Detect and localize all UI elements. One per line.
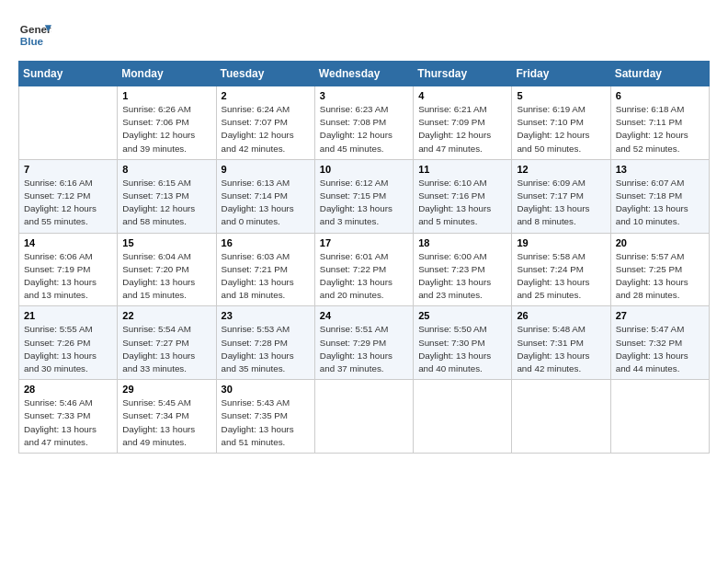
day-info: Sunrise: 6:00 AM Sunset: 7:23 PM Dayligh… — [418, 250, 506, 303]
svg-text:Blue: Blue — [20, 35, 44, 47]
day-number: 4 — [418, 90, 506, 101]
day-cell — [314, 380, 413, 454]
day-cell: 21Sunrise: 5:55 AM Sunset: 7:26 PM Dayli… — [19, 306, 118, 380]
day-info: Sunrise: 5:57 AM Sunset: 7:25 PM Dayligh… — [616, 250, 704, 303]
day-info: Sunrise: 5:54 AM Sunset: 7:27 PM Dayligh… — [122, 323, 210, 375]
day-number: 19 — [517, 237, 605, 248]
week-row-5: 28Sunrise: 5:46 AM Sunset: 7:33 PM Dayli… — [19, 380, 710, 454]
day-info: Sunrise: 6:21 AM Sunset: 7:09 PM Dayligh… — [418, 103, 506, 155]
day-cell: 3Sunrise: 6:23 AM Sunset: 7:08 PM Daylig… — [314, 86, 413, 160]
day-number: 17 — [320, 237, 408, 248]
day-cell — [512, 380, 610, 454]
day-cell: 24Sunrise: 5:51 AM Sunset: 7:29 PM Dayli… — [314, 306, 413, 380]
day-info: Sunrise: 6:19 AM Sunset: 7:10 PM Dayligh… — [517, 103, 605, 155]
day-cell: 30Sunrise: 5:43 AM Sunset: 7:35 PM Dayli… — [216, 380, 314, 454]
day-cell: 19Sunrise: 5:58 AM Sunset: 7:24 PM Dayli… — [512, 233, 610, 306]
day-number: 13 — [616, 164, 704, 175]
day-info: Sunrise: 6:26 AM Sunset: 7:06 PM Dayligh… — [122, 103, 210, 155]
week-row-4: 21Sunrise: 5:55 AM Sunset: 7:26 PM Dayli… — [19, 306, 710, 380]
weekday-header-sunday: Sunday — [19, 62, 118, 86]
day-cell: 18Sunrise: 6:00 AM Sunset: 7:23 PM Dayli… — [414, 233, 512, 306]
day-info: Sunrise: 5:43 AM Sunset: 7:35 PM Dayligh… — [222, 396, 310, 449]
day-info: Sunrise: 6:04 AM Sunset: 7:20 PM Dayligh… — [122, 250, 210, 303]
day-cell: 10Sunrise: 6:12 AM Sunset: 7:15 PM Dayli… — [314, 159, 413, 233]
day-cell: 28Sunrise: 5:46 AM Sunset: 7:33 PM Dayli… — [19, 380, 118, 454]
logo-icon: General Blue — [18, 18, 51, 52]
day-info: Sunrise: 6:06 AM Sunset: 7:19 PM Dayligh… — [24, 250, 112, 303]
day-number: 24 — [320, 310, 408, 321]
day-info: Sunrise: 6:01 AM Sunset: 7:22 PM Dayligh… — [320, 250, 408, 303]
day-info: Sunrise: 5:55 AM Sunset: 7:26 PM Dayligh… — [24, 323, 112, 375]
day-cell: 12Sunrise: 6:09 AM Sunset: 7:17 PM Dayli… — [512, 159, 610, 233]
day-info: Sunrise: 5:58 AM Sunset: 7:24 PM Dayligh… — [517, 250, 605, 303]
weekday-header-wednesday: Wednesday — [314, 62, 413, 86]
day-number: 3 — [320, 90, 408, 101]
day-cell — [19, 86, 118, 160]
day-info: Sunrise: 5:51 AM Sunset: 7:29 PM Dayligh… — [320, 323, 408, 375]
day-number: 18 — [418, 237, 506, 248]
day-number: 25 — [418, 310, 506, 321]
day-cell: 14Sunrise: 6:06 AM Sunset: 7:19 PM Dayli… — [19, 233, 118, 306]
day-info: Sunrise: 6:23 AM Sunset: 7:08 PM Dayligh… — [320, 103, 408, 155]
day-cell: 1Sunrise: 6:26 AM Sunset: 7:06 PM Daylig… — [118, 86, 216, 160]
day-cell: 27Sunrise: 5:47 AM Sunset: 7:32 PM Dayli… — [610, 306, 709, 380]
weekday-header-thursday: Thursday — [414, 62, 512, 86]
day-cell: 29Sunrise: 5:45 AM Sunset: 7:34 PM Dayli… — [118, 380, 216, 454]
day-info: Sunrise: 5:46 AM Sunset: 7:33 PM Dayligh… — [24, 396, 112, 449]
day-number: 28 — [24, 384, 112, 395]
header: General Blue — [18, 18, 710, 52]
day-cell — [414, 380, 512, 454]
weekday-header-monday: Monday — [118, 62, 216, 86]
day-number: 12 — [517, 164, 605, 175]
day-number: 7 — [24, 164, 112, 175]
day-number: 22 — [122, 310, 210, 321]
day-number: 6 — [616, 90, 704, 101]
weekday-header-tuesday: Tuesday — [216, 62, 314, 86]
day-number: 23 — [222, 310, 310, 321]
svg-text:General: General — [20, 23, 51, 35]
logo: General Blue — [18, 18, 51, 52]
day-info: Sunrise: 6:24 AM Sunset: 7:07 PM Dayligh… — [222, 103, 310, 155]
weekday-header-saturday: Saturday — [610, 62, 709, 86]
day-info: Sunrise: 6:16 AM Sunset: 7:12 PM Dayligh… — [24, 177, 112, 229]
calendar-table: SundayMondayTuesdayWednesdayThursdayFrid… — [18, 61, 710, 454]
day-number: 16 — [222, 237, 310, 248]
weekday-header-friday: Friday — [512, 62, 610, 86]
day-cell: 8Sunrise: 6:15 AM Sunset: 7:13 PM Daylig… — [118, 159, 216, 233]
day-cell: 22Sunrise: 5:54 AM Sunset: 7:27 PM Dayli… — [118, 306, 216, 380]
day-cell: 7Sunrise: 6:16 AM Sunset: 7:12 PM Daylig… — [19, 159, 118, 233]
day-cell: 2Sunrise: 6:24 AM Sunset: 7:07 PM Daylig… — [216, 86, 314, 160]
day-number: 9 — [222, 164, 310, 175]
day-cell: 15Sunrise: 6:04 AM Sunset: 7:20 PM Dayli… — [118, 233, 216, 306]
day-cell: 16Sunrise: 6:03 AM Sunset: 7:21 PM Dayli… — [216, 233, 314, 306]
day-cell: 4Sunrise: 6:21 AM Sunset: 7:09 PM Daylig… — [414, 86, 512, 160]
day-cell: 6Sunrise: 6:18 AM Sunset: 7:11 PM Daylig… — [610, 86, 709, 160]
day-info: Sunrise: 5:47 AM Sunset: 7:32 PM Dayligh… — [616, 323, 704, 375]
day-info: Sunrise: 6:09 AM Sunset: 7:17 PM Dayligh… — [517, 177, 605, 229]
week-row-3: 14Sunrise: 6:06 AM Sunset: 7:19 PM Dayli… — [19, 233, 710, 306]
day-number: 14 — [24, 237, 112, 248]
day-info: Sunrise: 6:15 AM Sunset: 7:13 PM Dayligh… — [122, 177, 210, 229]
day-info: Sunrise: 6:18 AM Sunset: 7:11 PM Dayligh… — [616, 103, 704, 155]
day-number: 21 — [24, 310, 112, 321]
day-number: 26 — [517, 310, 605, 321]
day-info: Sunrise: 5:45 AM Sunset: 7:34 PM Dayligh… — [122, 396, 210, 449]
day-info: Sunrise: 5:50 AM Sunset: 7:30 PM Dayligh… — [418, 323, 506, 375]
day-number: 29 — [122, 384, 210, 395]
day-number: 15 — [122, 237, 210, 248]
day-info: Sunrise: 6:03 AM Sunset: 7:21 PM Dayligh… — [222, 250, 310, 303]
day-number: 8 — [122, 164, 210, 175]
day-number: 1 — [122, 90, 210, 101]
day-number: 5 — [517, 90, 605, 101]
day-cell: 17Sunrise: 6:01 AM Sunset: 7:22 PM Dayli… — [314, 233, 413, 306]
day-number: 10 — [320, 164, 408, 175]
weekday-header-row: SundayMondayTuesdayWednesdayThursdayFrid… — [19, 62, 710, 86]
day-info: Sunrise: 6:10 AM Sunset: 7:16 PM Dayligh… — [418, 177, 506, 229]
day-info: Sunrise: 6:13 AM Sunset: 7:14 PM Dayligh… — [222, 177, 310, 229]
day-number: 11 — [418, 164, 506, 175]
day-number: 2 — [222, 90, 310, 101]
day-cell — [610, 380, 709, 454]
day-info: Sunrise: 5:48 AM Sunset: 7:31 PM Dayligh… — [517, 323, 605, 375]
day-info: Sunrise: 5:53 AM Sunset: 7:28 PM Dayligh… — [222, 323, 310, 375]
day-cell: 9Sunrise: 6:13 AM Sunset: 7:14 PM Daylig… — [216, 159, 314, 233]
